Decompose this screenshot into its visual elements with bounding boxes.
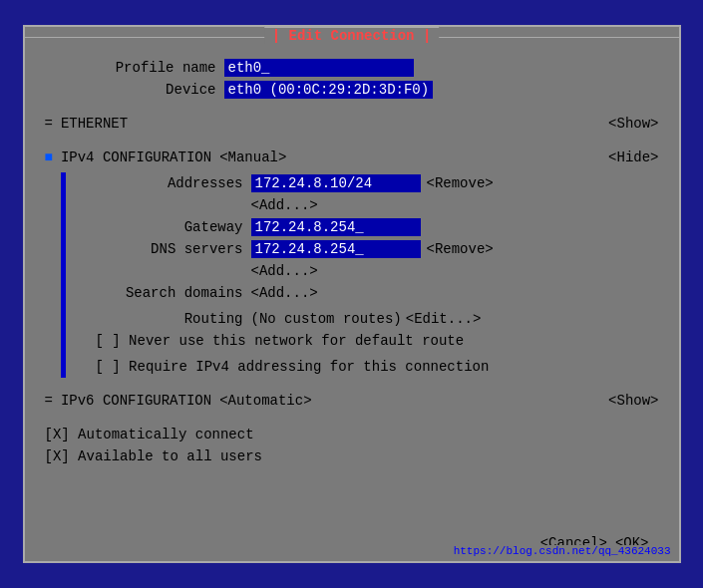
addresses-label: Addresses: [72, 175, 251, 191]
add-address-row: <Add...>: [72, 194, 659, 216]
routing-value: (No custom routes): [251, 311, 402, 327]
edit-connection-dialog: | Edit Connection | Profile name eth0_ D…: [23, 25, 681, 563]
ipv4-label: IPv4 CONFIGURATION: [61, 149, 211, 165]
addresses-value[interactable]: 172.24.8.10/24: [251, 174, 421, 192]
dialog-title: | Edit Connection |: [264, 26, 440, 44]
title-dashes-left: |: [272, 28, 280, 44]
add-dns-btn[interactable]: <Add...>: [251, 263, 318, 279]
dns-label: DNS servers: [72, 241, 251, 257]
ethernet-section: = ETHERNET <Show>: [45, 113, 659, 135]
addresses-remove-btn[interactable]: <Remove>: [427, 175, 494, 191]
ipv6-label: IPv6 CONFIGURATION: [61, 393, 211, 409]
ipv6-marker: =: [45, 393, 53, 409]
routing-row: Routing (No custom routes) <Edit...>: [72, 308, 659, 330]
ipv4-hide-btn[interactable]: <Hide>: [608, 149, 658, 165]
watermark: https://blog.csdn.net/qq_43624033: [454, 545, 671, 557]
profile-name-value[interactable]: eth0_: [224, 59, 414, 77]
available-users-checkbox[interactable]: [X] Available to all users: [45, 448, 262, 464]
dns-row: DNS servers 172.24.8.254_ <Remove>: [72, 238, 659, 260]
dialog-content: Profile name eth0_ Device eth0 (00:0C:29…: [25, 47, 679, 561]
available-users-row: [X] Available to all users: [45, 445, 659, 467]
never-default-row: [ ] Never use this network for default r…: [72, 330, 659, 352]
addresses-row: Addresses 172.24.8.10/24 <Remove>: [72, 172, 659, 194]
spacer2: [45, 139, 659, 143]
profile-name-row: Profile name eth0_: [45, 57, 659, 79]
spacer5: [45, 378, 659, 386]
dns-value[interactable]: 172.24.8.254_: [251, 240, 421, 258]
add-dns-row: <Add...>: [72, 260, 659, 282]
profile-name-label: Profile name: [45, 60, 224, 76]
search-domains-label: Search domains: [72, 285, 251, 301]
ethernet-label: ETHERNET: [61, 116, 128, 132]
ipv6-mode[interactable]: <Automatic>: [219, 393, 311, 409]
ethernet-marker: =: [45, 116, 53, 132]
device-label: Device: [45, 82, 224, 98]
auto-connect-checkbox[interactable]: [X] Automatically connect: [45, 427, 254, 442]
gateway-row: Gateway 172.24.8.254_: [72, 216, 659, 238]
auto-connect-row: [X] Automatically connect: [45, 424, 659, 445]
spacer6: [45, 416, 659, 424]
search-domains-add-btn[interactable]: <Add...>: [251, 285, 318, 301]
gateway-label: Gateway: [72, 219, 251, 235]
add-address-btn[interactable]: <Add...>: [251, 197, 318, 213]
title-text: Edit Connection: [288, 28, 414, 44]
ipv4-mode[interactable]: <Manual>: [219, 149, 286, 165]
require-ipv4-row: [ ] Require IPv4 addressing for this con…: [72, 356, 659, 378]
ipv6-header: = IPv6 CONFIGURATION <Automatic> <Show>: [45, 390, 659, 412]
ipv4-marker: ■: [45, 149, 53, 165]
ipv6-show-btn[interactable]: <Show>: [608, 393, 658, 409]
title-dashes-right: |: [423, 28, 431, 44]
ipv4-header: ■ IPv4 CONFIGURATION <Manual> <Hide>: [45, 147, 659, 168]
spacer1: [45, 101, 659, 109]
device-row: Device eth0 (00:0C:29:2D:3D:F0): [45, 79, 659, 101]
search-domains-row: Search domains <Add...>: [72, 282, 659, 304]
routing-label: Routing: [72, 311, 251, 327]
ethernet-show-btn[interactable]: <Show>: [608, 116, 658, 132]
flex-spacer: [45, 467, 659, 527]
device-value[interactable]: eth0 (00:0C:29:2D:3D:F0): [224, 81, 434, 99]
require-ipv4-checkbox[interactable]: [ ] Require IPv4 addressing for this con…: [96, 359, 490, 375]
never-default-checkbox[interactable]: [ ] Never use this network for default r…: [96, 333, 465, 349]
dns-remove-btn[interactable]: <Remove>: [427, 241, 494, 257]
routing-edit-btn[interactable]: <Edit...>: [406, 311, 482, 327]
gateway-value[interactable]: 172.24.8.254_: [251, 218, 421, 236]
ipv4-content: Addresses 172.24.8.10/24 <Remove> <Add..…: [61, 172, 659, 378]
